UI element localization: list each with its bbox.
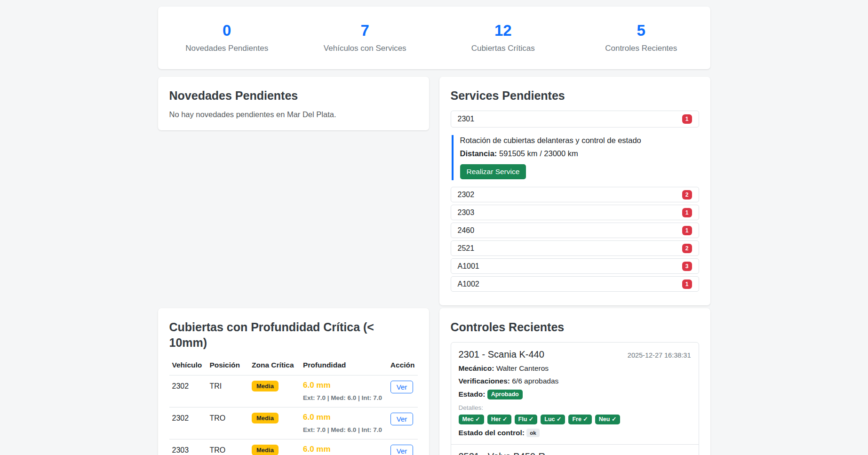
service-vehicle-row-2460[interactable]: 2460 1 xyxy=(451,223,699,238)
distance-value: 591505 km / 23000 km xyxy=(499,149,578,158)
service-count-badge: 2 xyxy=(682,190,692,200)
control-verificaciones: Verificaciones: 6/6 aprobadas xyxy=(459,377,691,385)
check-badge-neu: Neu ✓ xyxy=(595,415,621,424)
profundidad-value: 6.0 mm xyxy=(303,381,385,390)
estado-label: Estado: xyxy=(459,390,486,398)
control-entry-title: 2521 - Volvo B450-R xyxy=(459,451,546,455)
service-count-badge: 1 xyxy=(682,208,692,217)
column-header-vehiculo: Vehículo xyxy=(169,357,207,375)
control-entry-2301: 2301 - Scania K-440 2025-12-27 16:38:31 … xyxy=(451,343,699,444)
table-row: 2303 TRO Media 6.0 mm Ext: 9.0 | Med: 6.… xyxy=(169,439,418,455)
service-vehicle-row-a1002[interactable]: A1002 1 xyxy=(451,276,699,292)
control-estado: Estado: Aprobado xyxy=(459,390,691,399)
service-distance: Distancia: 591505 km / 23000 km xyxy=(460,149,699,158)
ver-button[interactable]: Ver xyxy=(390,381,414,393)
ver-button[interactable]: Ver xyxy=(390,445,414,455)
column-header-accion: Acción xyxy=(388,357,418,375)
check-badge-her: Her ✓ xyxy=(487,415,511,424)
control-estado-del-control: Estado del control: ok xyxy=(459,429,691,437)
cubiertas-title: Cubiertas con Profundidad Crítica (< 10m… xyxy=(169,319,395,351)
vehicle-id: 2303 xyxy=(458,208,475,217)
check-badge-luc: Luc ✓ xyxy=(541,415,565,424)
controles-title: Controles Recientes xyxy=(451,319,699,335)
stat-label: Vehículos con Services xyxy=(296,44,434,53)
detalles-label: Detalles: xyxy=(459,404,691,411)
service-count-badge: 2 xyxy=(682,244,692,253)
check-badges-row: Mec ✓ Her ✓ Flu ✓ Luc ✓ Fre ✓ Neu ✓ xyxy=(459,415,691,424)
vehicle-id: 2521 xyxy=(458,244,475,253)
cell-posicion: TRI xyxy=(207,375,249,407)
zona-critica-badge: Media xyxy=(252,445,279,455)
profundidad-detail: Ext: 7.0 | Med: 6.0 | Int: 7.0 xyxy=(303,394,385,401)
vehicle-id: A1001 xyxy=(458,262,479,271)
service-vehicle-row-2521[interactable]: 2521 2 xyxy=(451,240,699,256)
control-entry-2521: 2521 - Volvo B450-R 2025-12-27 15:19:33 … xyxy=(451,444,699,455)
service-vehicle-row-a1001[interactable]: A1001 3 xyxy=(451,258,699,274)
mecanico-label: Mecánico: xyxy=(459,364,494,372)
distance-label: Distancia: xyxy=(460,149,497,158)
controles-card: Controles Recientes 2301 - Scania K-440 … xyxy=(439,308,710,455)
zona-critica-badge: Media xyxy=(252,381,279,391)
control-entries-list: 2301 - Scania K-440 2025-12-27 16:38:31 … xyxy=(451,342,699,455)
cubiertas-table: Vehículo Posición Zona Crítica Profundid… xyxy=(169,357,418,455)
column-header-posicion: Posición xyxy=(207,357,249,375)
check-badge-flu: Flu ✓ xyxy=(515,415,538,424)
cell-posicion: TRO xyxy=(207,407,249,439)
stat-value: 0 xyxy=(158,22,296,40)
stat-controles-recientes: 5 Controles Recientes xyxy=(572,22,710,53)
zona-critica-badge: Media xyxy=(252,413,279,423)
service-vehicle-row-2302[interactable]: 2302 2 xyxy=(451,187,699,202)
stat-vehiculos-con-services: 7 Vehículos con Services xyxy=(296,22,434,53)
estado-control-badge: ok xyxy=(526,429,539,437)
vehicle-id: 2460 xyxy=(458,226,475,235)
mecanico-value: Walter Canteros xyxy=(496,364,549,372)
check-badge-mec: Mec ✓ xyxy=(459,415,484,424)
service-count-badge: 3 xyxy=(682,262,692,271)
vehicle-id: A1002 xyxy=(458,280,479,288)
service-detail-panel: Rotación de cubiertas delanteras y contr… xyxy=(452,135,699,180)
services-card: Services Pendientes 2301 1 Rotación de c… xyxy=(439,77,710,305)
service-vehicle-list: 2302 2 2303 1 2460 1 2521 2 A1001 3 xyxy=(451,187,699,292)
table-row: 2302 TRO Media 6.0 mm Ext: 7.0 | Med: 6.… xyxy=(169,407,418,439)
realizar-service-button[interactable]: Realizar Service xyxy=(460,164,526,179)
cell-posicion: TRO xyxy=(207,439,249,455)
stat-value: 7 xyxy=(296,22,434,40)
control-entry-title: 2301 - Scania K-440 xyxy=(459,349,544,360)
cell-vehiculo: 2303 xyxy=(169,439,207,455)
service-count-badge: 1 xyxy=(682,226,692,235)
stats-summary-card: 0 Novedades Pendientes 7 Vehículos con S… xyxy=(158,7,710,69)
ver-button[interactable]: Ver xyxy=(390,413,414,425)
service-count-badge: 1 xyxy=(682,279,692,289)
cell-vehiculo: 2302 xyxy=(169,375,207,407)
check-badge-fre: Fre ✓ xyxy=(568,415,591,424)
column-header-zona-critica: Zona Crítica xyxy=(249,357,300,375)
column-header-profundidad: Profundidad xyxy=(300,357,388,375)
control-entry-timestamp: 2025-12-27 16:38:31 xyxy=(628,351,691,359)
dashboard: 0 Novedades Pendientes 7 Vehículos con S… xyxy=(158,0,710,455)
control-mecanico: Mecánico: Walter Canteros xyxy=(459,364,691,373)
novedades-card: Novedades Pendientes No hay novedades pe… xyxy=(158,77,429,130)
profundidad-value: 6.0 mm xyxy=(303,445,385,454)
table-row: 2302 TRI Media 6.0 mm Ext: 7.0 | Med: 6.… xyxy=(169,375,418,407)
cubiertas-card: Cubiertas con Profundidad Crítica (< 10m… xyxy=(158,308,429,455)
cell-vehiculo: 2302 xyxy=(169,407,207,439)
estado-control-label: Estado del control: xyxy=(459,429,525,437)
service-count-badge: 1 xyxy=(682,114,692,124)
service-vehicle-row-2303[interactable]: 2303 1 xyxy=(451,205,699,220)
stat-value: 12 xyxy=(434,22,573,40)
novedades-title: Novedades Pendientes xyxy=(169,88,418,104)
vehicle-id: 2302 xyxy=(458,191,475,199)
vehicle-id: 2301 xyxy=(458,115,475,123)
estado-aprobado-badge: Aprobado xyxy=(487,390,523,399)
stat-novedades-pendientes: 0 Novedades Pendientes xyxy=(158,22,296,53)
verificaciones-label: Verificaciones: xyxy=(459,377,510,385)
stat-label: Novedades Pendientes xyxy=(158,44,296,53)
profundidad-detail: Ext: 7.0 | Med: 6.0 | Int: 7.0 xyxy=(303,426,385,433)
verificaciones-value: 6/6 aprobadas xyxy=(512,377,558,385)
service-vehicle-row-2301[interactable]: 2301 1 xyxy=(451,111,699,128)
stat-value: 5 xyxy=(572,22,710,40)
services-title: Services Pendientes xyxy=(451,88,699,104)
stat-label: Controles Recientes xyxy=(572,44,710,53)
stat-cubiertas-criticas: 12 Cubiertas Críticas xyxy=(434,22,573,53)
profundidad-value: 6.0 mm xyxy=(303,413,385,422)
